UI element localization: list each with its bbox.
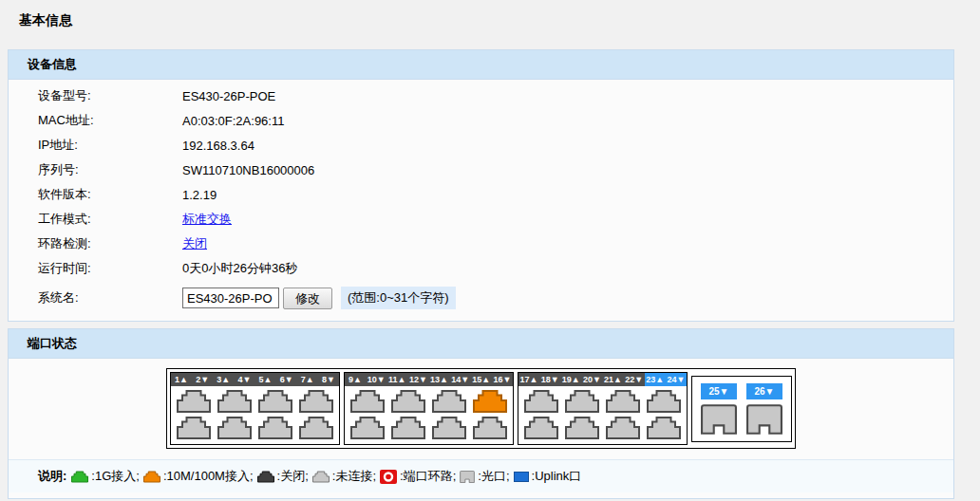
port-number-label-14: 14▼ — [450, 373, 471, 386]
legend-item-label: :1G接入; — [91, 468, 140, 485]
page-title: 基本信息 — [0, 0, 980, 49]
port-number-label-10: 10▼ — [366, 373, 386, 386]
port-group-2: 9▲10▼11▲12▼13▲14▼15▲16▼ — [344, 372, 514, 445]
port-3-icon — [217, 390, 252, 413]
row-software-version: 软件版本: 1.2.19 — [9, 182, 953, 207]
port-21-icon — [606, 390, 640, 413]
legend-prefix: 说明: — [38, 468, 66, 485]
legend-item: :10M/100M接入; — [143, 468, 254, 485]
port-9-icon — [350, 390, 385, 413]
port-number-label-3: 3▲ — [213, 373, 234, 386]
port-20-icon — [565, 417, 599, 439]
legend-item: :未连接; — [312, 468, 376, 485]
port-10-icon — [350, 417, 385, 439]
port-number-label-19: 19▲ — [560, 373, 581, 386]
port-number-label-12: 12▼ — [407, 373, 428, 386]
row-loop-detect: 环路检测: 关闭 — [9, 232, 953, 256]
port-group-header: 1▲2▼3▲4▼5▲6▼7▲8▼ — [171, 373, 339, 386]
port-number-label-9: 9▲ — [345, 373, 366, 386]
port-number-label-2: 2▼ — [192, 373, 213, 386]
port-19-icon — [565, 390, 599, 413]
sfp-port-group: 25▼26▼ — [691, 376, 792, 442]
uplink-square-icon — [514, 472, 529, 482]
legend-item: :光口; — [460, 468, 509, 485]
legend-item: :Uplink口 — [514, 468, 582, 485]
port-5-icon — [258, 390, 292, 413]
row-mac-address: MAC地址: A0:03:0F:2A:96:11 — [9, 108, 953, 133]
row-label: 系统名: — [38, 289, 182, 306]
port-12-icon — [391, 417, 425, 439]
page: 基本信息 设备信息 设备型号: ES430-26P-POE MAC地址: A0:… — [0, 0, 980, 499]
port-group-3: 17▲18▼19▲20▼21▲22▼23▲24▼ — [518, 372, 688, 445]
uptime-value: 0天0小时26分钟36秒 — [182, 260, 297, 277]
row-label: 序列号: — [38, 161, 182, 178]
ip-address-value: 192.168.3.64 — [182, 139, 254, 153]
port-23-icon — [647, 390, 681, 413]
legend-item-label: :Uplink口 — [532, 468, 582, 485]
port-number-label-22: 22▼ — [624, 373, 645, 386]
row-label: 软件版本: — [38, 186, 182, 203]
port-22-icon — [606, 417, 640, 439]
modify-button[interactable]: 修改 — [283, 288, 332, 309]
port-status-panel: 端口状态 1▲2▼3▲4▼5▲6▼7▲8▼9▲10▼11▲12▼13▲14▼15… — [8, 328, 954, 499]
port-number-label-25: 25▼ — [701, 383, 737, 399]
rj45-green-icon — [71, 471, 88, 483]
row-uptime: 运行时间: 0天0小时26分钟36秒 — [9, 256, 953, 281]
loop-detect-link[interactable]: 关闭 — [182, 236, 207, 250]
port-18-icon — [524, 417, 558, 439]
row-serial-number: 序列号: SW110710NB16000006 — [9, 158, 953, 182]
row-label: IP地址: — [38, 137, 182, 154]
port-16-icon — [473, 417, 507, 439]
port-number-label-4: 4▼ — [234, 373, 254, 386]
legend-item: :关闭; — [257, 468, 309, 485]
port-24-icon — [647, 417, 681, 439]
device-info-panel: 设备信息 设备型号: ES430-26P-POE MAC地址: A0:03:0F… — [8, 49, 954, 322]
port-number-label-26: 26▼ — [746, 383, 782, 399]
port-group-header: 9▲10▼11▲12▼13▲14▼15▲16▼ — [345, 373, 513, 386]
port-number-label-1: 1▲ — [171, 373, 192, 386]
port-number-label-21: 21▲ — [603, 373, 624, 386]
system-name-input[interactable] — [182, 288, 279, 308]
port-7-icon — [299, 390, 333, 413]
row-label: MAC地址: — [38, 112, 182, 129]
port-group-header: 17▲18▼19▲20▼21▲22▼23▲24▼ — [518, 373, 687, 386]
port-14-icon — [432, 417, 466, 439]
port-number-label-24: 24▼ — [666, 373, 687, 386]
port-4-icon — [217, 417, 252, 439]
device-model-value: ES430-26P-POE — [182, 89, 275, 103]
mac-address-value: A0:03:0F:2A:96:11 — [182, 114, 284, 128]
port-number-label-6: 6▼ — [276, 373, 297, 386]
device-info-body: 设备型号: ES430-26P-POE MAC地址: A0:03:0F:2A:9… — [9, 80, 953, 321]
port-number-label-17: 17▲ — [518, 373, 539, 386]
software-version-value: 1.2.19 — [182, 188, 217, 202]
legend-item: :端口环路; — [380, 468, 456, 485]
port-number-label-8: 8▼ — [318, 373, 339, 386]
port-group-1: 1▲2▼3▲4▼5▲6▼7▲8▼ — [170, 372, 340, 445]
port-legend: 说明::1G接入;:10M/100M接入;:关闭;:未连接;:端口环路;:光口;… — [9, 459, 953, 492]
port-number-label-18: 18▼ — [539, 373, 560, 386]
rj45-gray-icon — [312, 471, 330, 483]
legend-item-label: :关闭; — [277, 468, 309, 485]
port-25-icon — [701, 404, 737, 435]
sfp-port-icon — [460, 471, 475, 483]
row-label: 环路检测: — [38, 235, 182, 252]
loop-red-icon — [380, 470, 397, 484]
work-mode-link[interactable]: 标准交换 — [182, 212, 232, 226]
row-ip-address: IP地址: 192.168.3.64 — [9, 133, 953, 158]
row-work-mode: 工作模式: 标准交换 — [9, 207, 953, 232]
port-number-label-15: 15▲ — [471, 373, 492, 386]
serial-number-value: SW110710NB16000006 — [182, 163, 314, 177]
port-board: 1▲2▼3▲4▼5▲6▼7▲8▼9▲10▼11▲12▼13▲14▼15▲16▼1… — [166, 368, 796, 449]
port-number-label-20: 20▼ — [581, 373, 602, 386]
port-number-label-5: 5▲ — [255, 373, 276, 386]
legend-item-label: :未连接; — [332, 468, 376, 485]
port-11-icon — [391, 390, 425, 413]
rj45-orange-icon — [143, 471, 160, 483]
port-6-icon — [258, 417, 292, 439]
port-13-icon — [432, 390, 466, 413]
legend-item: :1G接入; — [71, 468, 140, 485]
port-number-label-13: 13▲ — [429, 373, 450, 386]
port-number-label-23: 23▲ — [645, 373, 666, 386]
port-15-icon — [473, 390, 507, 413]
legend-item-label: :光口; — [478, 468, 509, 485]
